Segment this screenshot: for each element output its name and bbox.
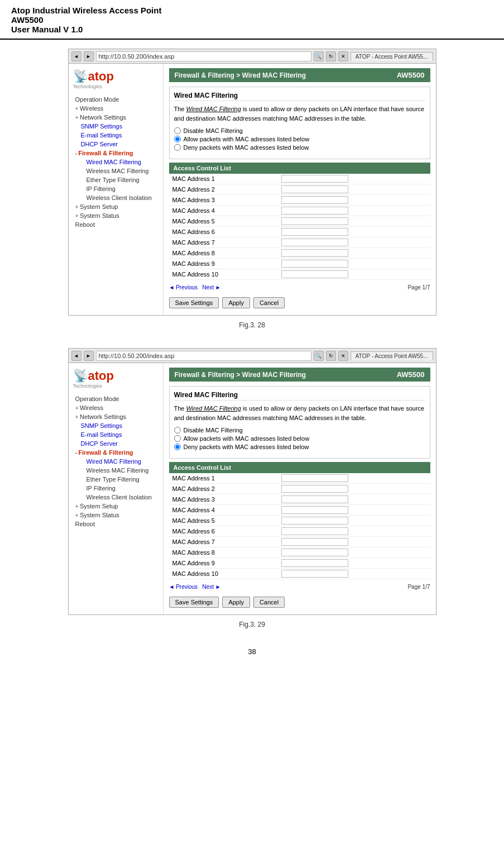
figure-label-28: Fig.3. 28: [239, 321, 265, 329]
sidebar-wired-mac-29[interactable]: Wired MAC Filtering: [73, 457, 159, 466]
sidebar-wireless-mac-29[interactable]: Wireless MAC Filtering: [73, 466, 159, 475]
prev-link-29[interactable]: ◄ Previous: [169, 584, 198, 590]
table-row: MAC Address 8: [169, 248, 430, 259]
next-link-28[interactable]: Next ►: [202, 284, 220, 290]
sidebar-firewall-29[interactable]: -Firewall & Filtering: [73, 448, 159, 457]
sidebar-firewall-28[interactable]: -Firewall & Filtering: [73, 149, 159, 158]
mac-input-4-28[interactable]: [281, 207, 348, 215]
table-row: MAC Address 1: [169, 174, 430, 184]
sidebar-operation-mode-28[interactable]: Operation Mode: [73, 95, 159, 104]
mac-input-7-28[interactable]: [281, 239, 348, 246]
sidebar-email-29[interactable]: E-mail Settings: [73, 430, 159, 439]
apply-button-29[interactable]: Apply: [222, 597, 250, 608]
sidebar-snmp-28[interactable]: SNMP Settings: [73, 122, 159, 131]
close-icon-28[interactable]: ✕: [338, 51, 348, 61]
forward-button-28[interactable]: ►: [84, 51, 94, 61]
sidebar-wireless-mac-28[interactable]: Wireless MAC Filtering: [73, 166, 159, 175]
sidebar-wireless-29[interactable]: +Wireless: [73, 403, 159, 412]
refresh-icon-29[interactable]: ↻: [326, 351, 336, 361]
radio-deny-input-28[interactable]: [174, 144, 181, 151]
sidebar-network-settings-29[interactable]: +Network Settings: [73, 412, 159, 421]
mac-label-10-28: MAC Address 10: [169, 269, 278, 280]
sidebar-wireless-client-29[interactable]: Wireless Client Isolation: [73, 493, 159, 502]
sidebar-wireless-28[interactable]: +Wireless: [73, 104, 159, 113]
apply-button-28[interactable]: Apply: [222, 297, 250, 308]
search-icon-29[interactable]: 🔍: [314, 351, 324, 361]
mac-input-3-29[interactable]: [281, 495, 348, 503]
radio-deny-input-29[interactable]: [174, 444, 181, 450]
browser-tab-28[interactable]: ATOP - Access Point AW55...: [351, 52, 433, 61]
radio-disable-input-29[interactable]: [174, 427, 181, 433]
sidebar-ether-type-28[interactable]: Ether Type Filtering: [73, 175, 159, 184]
next-link-29[interactable]: Next ►: [202, 584, 220, 590]
radio-deny-29[interactable]: Deny packets with MAC adresses listed be…: [174, 444, 425, 450]
mac-input-5-29[interactable]: [281, 517, 348, 525]
sidebar-reboot-29[interactable]: Reboot: [73, 520, 159, 528]
radio-disable-28[interactable]: Disable MAC Filtering: [174, 127, 425, 134]
mac-label-3-28: MAC Address 3: [169, 195, 278, 206]
sidebar-dhcp-29[interactable]: DHCP Server: [73, 439, 159, 448]
logo-sub-29: Technologies: [73, 383, 159, 389]
mac-input-5-28[interactable]: [281, 217, 348, 225]
close-icon-29[interactable]: ✕: [338, 351, 348, 361]
sidebar-reboot-28[interactable]: Reboot: [73, 220, 159, 229]
mac-input-6-28[interactable]: [281, 228, 348, 236]
search-icon-28[interactable]: 🔍: [314, 51, 324, 61]
section-title-29: Wired MAC Filtering: [174, 390, 425, 401]
doc-title-line3: User Manual V 1.0: [11, 25, 493, 34]
sidebar-email-28[interactable]: E-mail Settings: [73, 131, 159, 140]
table-row: MAC Address 5: [169, 216, 430, 227]
sidebar-operation-mode-29[interactable]: Operation Mode: [73, 394, 159, 403]
mac-input-1-29[interactable]: [281, 474, 348, 482]
mac-input-1-28[interactable]: [281, 175, 348, 183]
sidebar-system-status-28[interactable]: +System Status: [73, 211, 159, 220]
radio-deny-28[interactable]: Deny packets with MAC adresses listed be…: [174, 144, 425, 151]
mac-input-8-29[interactable]: [281, 549, 348, 556]
sidebar-wired-mac-28[interactable]: Wired MAC Filtering: [73, 158, 159, 166]
description-29: The Wired MAC Filtering is used to allow…: [174, 404, 425, 422]
prev-link-28[interactable]: ◄ Previous: [169, 284, 198, 290]
refresh-icon-28[interactable]: ↻: [326, 51, 336, 61]
sidebar-snmp-29[interactable]: SNMP Settings: [73, 421, 159, 430]
radio-allow-input-28[interactable]: [174, 136, 181, 142]
mac-input-2-28[interactable]: [281, 185, 348, 193]
mac-input-9-29[interactable]: [281, 559, 348, 567]
content-title-28: Firewall & Filtering > Wired MAC Filteri…: [175, 72, 306, 79]
sidebar-ip-filtering-28[interactable]: IP Filtering: [73, 184, 159, 193]
browser-content-28: 📡atop Technologies Operation Mode +Wirel…: [69, 64, 436, 315]
url-bar-29[interactable]: [96, 351, 311, 361]
cancel-button-28[interactable]: Cancel: [253, 297, 285, 308]
mac-input-8-28[interactable]: [281, 249, 348, 257]
radio-disable-29[interactable]: Disable MAC Filtering: [174, 427, 425, 433]
cancel-button-29[interactable]: Cancel: [253, 597, 285, 608]
back-button-29[interactable]: ◄: [71, 351, 81, 361]
mac-input-2-29[interactable]: [281, 485, 348, 493]
forward-button-29[interactable]: ►: [84, 351, 94, 361]
mac-input-10-29[interactable]: [281, 570, 348, 578]
back-button-28[interactable]: ◄: [71, 51, 81, 61]
mac-input-3-28[interactable]: [281, 196, 348, 204]
sidebar-ether-type-29[interactable]: Ether Type Filtering: [73, 475, 159, 484]
mac-input-4-29[interactable]: [281, 506, 348, 514]
radio-disable-input-28[interactable]: [174, 127, 181, 134]
mac-input-9-28[interactable]: [281, 260, 348, 268]
mac-input-6-29[interactable]: [281, 527, 348, 535]
sidebar-system-status-29[interactable]: +System Status: [73, 511, 159, 520]
url-bar-28[interactable]: [96, 51, 311, 61]
radio-allow-28[interactable]: Allow packets with MAC adresses listed b…: [174, 136, 425, 142]
sidebar-network-settings-28[interactable]: +Network Settings: [73, 113, 159, 122]
sidebar-wireless-client-28[interactable]: Wireless Client Isolation: [73, 193, 159, 202]
sidebar-dhcp-28[interactable]: DHCP Server: [73, 140, 159, 149]
save-button-28[interactable]: Save Settings: [169, 297, 219, 308]
description-28: The Wired MAC Filtering is used to allow…: [174, 104, 425, 123]
sidebar-system-setup-29[interactable]: +System Setup: [73, 502, 159, 511]
mac-input-10-28[interactable]: [281, 270, 348, 278]
sidebar-ip-filtering-29[interactable]: IP Filtering: [73, 484, 159, 493]
save-button-29[interactable]: Save Settings: [169, 597, 219, 608]
radio-allow-29[interactable]: Allow packets with MAC adresses listed b…: [174, 435, 425, 442]
radio-deny-label-29: Deny packets with MAC adresses listed be…: [184, 444, 309, 450]
radio-allow-input-29[interactable]: [174, 435, 181, 442]
browser-tab-29[interactable]: ATOP - Access Point AW55...: [351, 351, 433, 360]
sidebar-system-setup-28[interactable]: +System Setup: [73, 202, 159, 211]
mac-input-7-29[interactable]: [281, 538, 348, 546]
